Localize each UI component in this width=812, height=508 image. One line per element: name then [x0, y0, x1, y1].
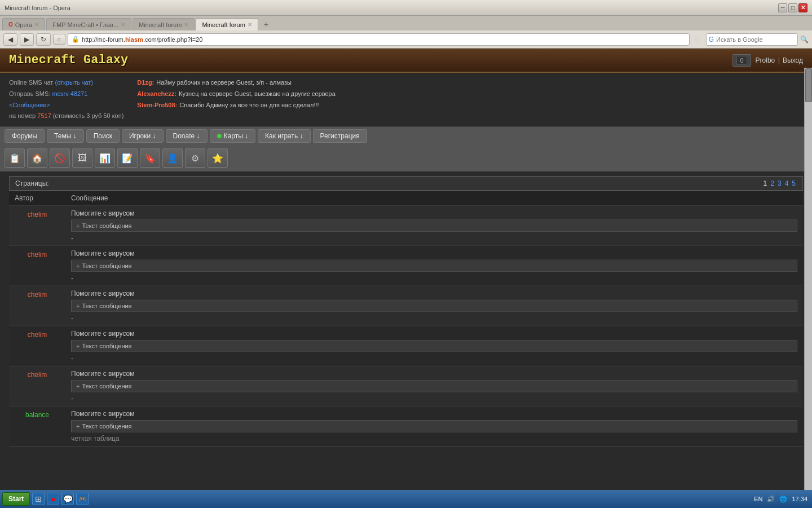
tab-bar: O Opera ✕ FMP MineCraft • Глав... ✕ Mine…: [0, 16, 812, 30]
page-2[interactable]: 2: [769, 179, 775, 187]
scrollbar-thumb[interactable]: [805, 68, 812, 102]
msg-box-1[interactable]: + Текст сообщения: [71, 220, 797, 232]
toolbar-btn-favorite[interactable]: ⭐: [208, 148, 228, 168]
forward-button[interactable]: ▶: [20, 33, 34, 46]
page-5[interactable]: 5: [791, 179, 797, 187]
nav-forums[interactable]: Форумы: [5, 129, 45, 143]
tab-mc1-label: Minecraft forum: [139, 21, 182, 28]
tab-fmp-close[interactable]: ✕: [121, 21, 125, 28]
toolbar-btn-1[interactable]: 📋: [5, 148, 25, 168]
tab-mc2-close[interactable]: ✕: [248, 21, 252, 28]
message-cell-4: Помогите с вирусом + Текст сообщения -: [65, 326, 803, 366]
nav-maps[interactable]: Карты ↓: [210, 129, 256, 143]
page-1[interactable]: 1: [762, 179, 769, 187]
back-button[interactable]: ◀: [3, 33, 17, 46]
site-header: Minecraft Galaxy 0 Prolbo | Выход: [0, 49, 812, 73]
tab-fmp[interactable]: FMP MineCraft • Глав... ✕: [46, 18, 131, 30]
bookmark-star-icon[interactable]: ☆: [692, 35, 704, 44]
open-chat-link[interactable]: (открыть чат): [55, 79, 93, 86]
sms-message-link[interactable]: <Сообщение>: [9, 102, 50, 108]
expand-icon-4[interactable]: +: [76, 343, 80, 349]
tab-mc1-close[interactable]: ✕: [184, 21, 188, 28]
site-wrapper: Minecraft Galaxy 0 Prolbo | Выход Online…: [0, 49, 812, 451]
close-button[interactable]: ✕: [798, 3, 807, 12]
taskbar-right: EN 🔊 🌐 17:34: [749, 496, 812, 503]
tab-opera-close[interactable]: ✕: [34, 21, 39, 28]
volume-icon[interactable]: 🔊: [767, 496, 775, 503]
google-icon: G: [709, 36, 714, 43]
author-cell-5: chelim: [9, 366, 65, 406]
page-3[interactable]: 3: [776, 179, 783, 187]
page-4[interactable]: 4: [784, 179, 790, 187]
col-message: Сообщение: [65, 191, 803, 206]
msg-box-6[interactable]: + Текст сообщения: [71, 420, 797, 432]
msg-title-3: Помогите с вирусом: [71, 290, 797, 297]
new-tab-button[interactable]: +: [259, 18, 273, 30]
nav-donate[interactable]: Donate ↓: [166, 129, 208, 143]
nav-themes[interactable]: Темы ↓: [47, 129, 84, 143]
taskbar-left: Start ⊞ ● 💬 🎮: [0, 492, 91, 506]
username-link[interactable]: Prolbo: [756, 56, 775, 64]
sms-number-link[interactable]: mcsrv 48271: [52, 90, 87, 97]
toolbar-btn-chart[interactable]: 📊: [95, 148, 115, 168]
sms-cost-label: (стоимость 3 руб 50 коп): [53, 112, 123, 119]
toolbar-btn-image[interactable]: 🖼: [72, 148, 92, 168]
search-go-icon[interactable]: 🔍: [800, 36, 809, 43]
addr-text: http://mc-forum.hiasm.com/profile.php?i=…: [82, 36, 202, 43]
nav-players[interactable]: Игроки ↓: [122, 129, 164, 143]
msg-dash-1: -: [71, 234, 797, 242]
taskbar-icon-2[interactable]: ●: [47, 493, 59, 505]
chat-message-2: Alexanchezz: Кузнец на сервере Guest, вы…: [137, 89, 336, 100]
nav-search[interactable]: Поиск: [86, 129, 120, 143]
user-links: Prolbo | Выход: [756, 56, 803, 64]
msg-dash-2: -: [71, 274, 797, 282]
start-button[interactable]: Start: [2, 492, 30, 506]
toolbar-btn-home[interactable]: 🏠: [27, 148, 47, 168]
msg-title-1: Помогите с вирусом: [71, 209, 797, 217]
author-cell-6: balance: [9, 406, 65, 446]
msg-box-4[interactable]: + Текст сообщения: [71, 340, 797, 352]
nav-register[interactable]: Регистрация: [313, 129, 367, 143]
author-link-4[interactable]: chelim: [28, 331, 47, 339]
toolbar-btn-edit[interactable]: 📝: [117, 148, 138, 168]
author-link-5[interactable]: chelim: [28, 371, 47, 379]
toolbar-btn-cancel[interactable]: 🚫: [50, 148, 70, 168]
language-indicator: EN: [754, 496, 762, 502]
author-link-3[interactable]: chelim: [28, 291, 47, 299]
author-link-6[interactable]: balance: [25, 411, 49, 419]
message-cell-5: Помогите с вирусом + Текст сообщения -: [65, 366, 803, 406]
expand-icon-1[interactable]: +: [76, 222, 80, 229]
tab-opera[interactable]: O Opera ✕: [2, 18, 45, 30]
reload-button[interactable]: ↻: [36, 33, 51, 46]
address-bar[interactable]: 🔒 http://mc-forum.hiasm.com/profile.php?…: [68, 33, 690, 46]
toolbar-btn-settings[interactable]: ⚙: [185, 148, 205, 168]
maximize-button[interactable]: □: [788, 3, 797, 12]
msg-box-3[interactable]: + Текст сообщения: [71, 300, 797, 312]
author-link-2[interactable]: chelim: [28, 251, 47, 259]
scrollbar[interactable]: [804, 68, 812, 490]
expand-icon-5[interactable]: +: [76, 383, 80, 389]
nav-howtoplay[interactable]: Как играть ↓: [258, 129, 311, 143]
msg-box-5[interactable]: + Текст сообщения: [71, 380, 797, 392]
search-bar[interactable]: G: [706, 33, 798, 46]
taskbar-icon-1[interactable]: ⊞: [32, 493, 45, 505]
expand-icon-2[interactable]: +: [76, 262, 80, 269]
msg-box-2[interactable]: + Текст сообщения: [71, 260, 797, 272]
home-button[interactable]: ⌂: [53, 34, 65, 45]
tab-mc2[interactable]: Minecraft forum ✕: [196, 18, 258, 30]
search-input[interactable]: [716, 36, 795, 43]
chat-info: Online SMS чат (открыть чат) Отправь SMS…: [9, 77, 123, 122]
post-toolbar: 📋 🏠 🚫 🖼 📊 📝 🔖 👤 ⚙ ⭐: [0, 145, 812, 172]
minimize-button[interactable]: ─: [778, 3, 787, 12]
logout-link[interactable]: Выход: [783, 56, 803, 64]
author-link-1[interactable]: chelim: [28, 211, 47, 218]
taskbar-icon-3[interactable]: 💬: [61, 493, 74, 505]
taskbar-icon-4[interactable]: 🎮: [76, 493, 89, 505]
msg-title-4: Помогите с вирусом: [71, 330, 797, 338]
expand-icon-3[interactable]: +: [76, 303, 80, 309]
toolbar-btn-bookmark[interactable]: 🔖: [140, 148, 160, 168]
tab-mc2-label: Minecraft forum: [202, 21, 245, 28]
tab-mc1[interactable]: Minecraft forum ✕: [133, 18, 195, 30]
expand-icon-6[interactable]: +: [76, 423, 80, 430]
toolbar-btn-user[interactable]: 👤: [162, 148, 183, 168]
